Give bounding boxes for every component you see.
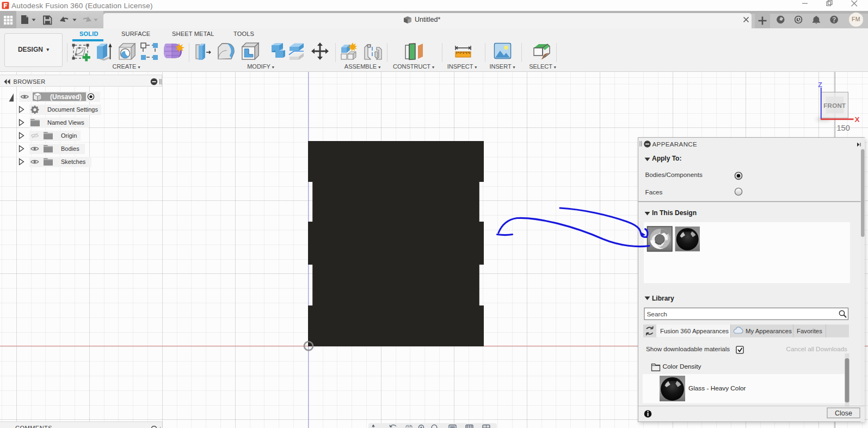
svg-text:In This Design: In This Design xyxy=(652,209,697,217)
svg-text:Bodies/Components: Bodies/Components xyxy=(645,171,703,178)
svg-text:FRONT: FRONT xyxy=(823,102,846,109)
svg-text:Close: Close xyxy=(835,409,852,417)
svg-text:Z: Z xyxy=(818,81,822,89)
svg-text:Document Settings: Document Settings xyxy=(47,106,98,113)
svg-text:Search: Search xyxy=(647,310,667,318)
svg-text:Bodies: Bodies xyxy=(61,145,79,152)
svg-text:150: 150 xyxy=(837,124,850,132)
svg-text:Origin: Origin xyxy=(61,132,77,139)
svg-text:Favorites: Favorites xyxy=(797,328,822,334)
svg-text:Glass - Heavy Color: Glass - Heavy Color xyxy=(688,384,746,392)
svg-text:(Unsaved): (Unsaved) xyxy=(50,93,82,101)
svg-text:Sketches: Sketches xyxy=(61,158,86,165)
svg-text:My Appearances: My Appearances xyxy=(746,328,792,334)
svg-text:Apply To:: Apply To: xyxy=(652,155,681,162)
svg-text:Color Density: Color Density xyxy=(663,363,701,370)
svg-text:Cancel all Downloads: Cancel all Downloads xyxy=(786,345,848,352)
svg-text:BROWSER: BROWSER xyxy=(14,78,46,85)
svg-text:Show downloadable materials: Show downloadable materials xyxy=(646,345,730,352)
svg-text:Fusion 360 Appearances: Fusion 360 Appearances xyxy=(660,328,729,334)
svg-text:APPEARANCE: APPEARANCE xyxy=(652,141,698,148)
svg-text:Library: Library xyxy=(652,295,674,302)
svg-text:X: X xyxy=(855,115,860,124)
svg-text:Faces: Faces xyxy=(645,188,663,195)
svg-text:Named Views: Named Views xyxy=(47,119,84,126)
